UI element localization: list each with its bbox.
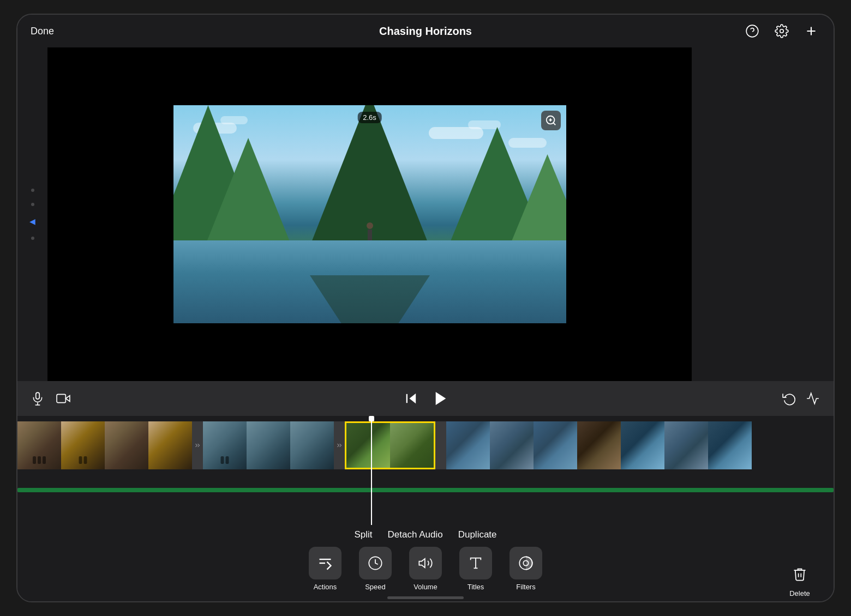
delete-button[interactable]: Delete — [788, 562, 812, 597]
film-frame-5 — [203, 421, 247, 469]
delete-label: Delete — [789, 589, 810, 597]
main-content: ◀ — [17, 47, 834, 381]
undo-button[interactable] — [782, 391, 796, 406]
controls-right — [782, 391, 820, 406]
filters-icon-box — [510, 547, 542, 579]
play-button[interactable] — [432, 390, 450, 407]
svg-marker-15 — [436, 392, 446, 405]
film-frame-1 — [17, 421, 61, 469]
controls-bar — [17, 381, 834, 416]
sidebar-dot-2 — [31, 203, 34, 206]
person-body — [368, 230, 372, 240]
film-frame-10 — [446, 421, 490, 469]
film-frame-7 — [290, 421, 334, 469]
svg-marker-21 — [419, 559, 425, 567]
controls-center — [82, 390, 771, 407]
svg-marker-13 — [410, 394, 416, 404]
filmstrip — [17, 421, 752, 469]
toolbar-item-actions[interactable]: Actions — [303, 547, 347, 591]
film-frame-2 — [61, 421, 105, 469]
sidebar-dot-3 — [31, 237, 34, 240]
sidebar-dot-1 — [31, 189, 34, 192]
titles-icon-box — [459, 547, 492, 579]
settings-button[interactable] — [772, 22, 791, 40]
top-bar: Done Chasing Horizons — [17, 15, 834, 47]
transition-2[interactable] — [334, 421, 345, 469]
detach-audio-button[interactable]: Detach Audio — [388, 529, 443, 540]
skip-back-button[interactable] — [404, 391, 419, 406]
thumb-people-3 — [221, 456, 229, 464]
volume-icon-box — [409, 547, 442, 579]
toolbar-item-speed[interactable]: Speed — [353, 547, 397, 591]
actions-label: Actions — [314, 583, 337, 591]
person-silhouette — [367, 222, 373, 240]
film-frame-12 — [534, 421, 577, 469]
film-clip-1[interactable] — [17, 421, 192, 469]
person-head — [367, 222, 373, 229]
cloud-5 — [508, 138, 547, 148]
svg-point-2 — [780, 29, 784, 33]
svg-line-6 — [553, 123, 555, 125]
film-frame-9 — [390, 423, 434, 469]
cloud-2 — [220, 116, 248, 124]
cloud-4 — [468, 120, 501, 129]
add-button[interactable] — [802, 22, 820, 40]
timeline-area[interactable] — [17, 416, 834, 525]
svg-rect-12 — [57, 394, 65, 402]
done-button[interactable]: Done — [31, 26, 54, 37]
actions-icon-box — [309, 547, 341, 579]
timestamp-badge: 2.6s — [357, 112, 382, 123]
mountain-reflection — [310, 275, 430, 323]
film-frame-8 — [346, 423, 390, 469]
svg-point-0 — [746, 25, 758, 37]
duplicate-button[interactable]: Duplicate — [458, 529, 497, 540]
help-button[interactable] — [743, 22, 762, 40]
video-preview: 2.6s — [173, 105, 566, 323]
speed-icon-box — [359, 547, 392, 579]
zoom-button[interactable] — [541, 111, 561, 130]
film-frame-4 — [148, 421, 192, 469]
film-clip-3[interactable] — [446, 421, 621, 469]
film-frame-14 — [621, 421, 664, 469]
film-frame-3 — [105, 421, 148, 469]
toolbar-item-volume[interactable]: Volume — [404, 547, 447, 591]
device-frame: Done Chasing Horizons — [16, 14, 835, 602]
home-indicator-bar — [387, 596, 464, 599]
volume-label: Volume — [413, 583, 437, 591]
context-actions: Split Detach Audio Duplicate — [354, 529, 496, 540]
film-frame-11 — [490, 421, 534, 469]
split-button[interactable]: Split — [354, 529, 372, 540]
thumb-people-1 — [33, 456, 46, 464]
film-clip-selected[interactable] — [345, 421, 435, 469]
camera-button[interactable] — [56, 391, 71, 406]
top-bar-left: Done — [31, 26, 140, 37]
bottom-toolbar: Split Detach Audio Duplicate Actions — [17, 525, 834, 601]
film-frame-16 — [708, 421, 752, 469]
film-clip-2[interactable] — [203, 421, 334, 469]
right-sidebar — [692, 47, 834, 381]
left-sidebar: ◀ — [17, 47, 47, 381]
film-frame-13 — [577, 421, 621, 469]
video-background — [173, 105, 566, 323]
speed-label: Speed — [365, 583, 386, 591]
toolbar-item-titles[interactable]: Titles — [454, 547, 498, 591]
toolbar-items: Actions Speed — [17, 547, 834, 591]
preview-area: 2.6s — [47, 47, 692, 381]
sidebar-arrow[interactable]: ◀ — [29, 217, 35, 226]
water-reflection — [173, 240, 566, 323]
film-clip-4[interactable] — [621, 421, 752, 469]
delete-icon-box — [788, 562, 812, 586]
playhead — [371, 416, 372, 525]
microphone-button[interactable] — [31, 391, 45, 406]
top-bar-right — [711, 22, 820, 40]
film-frame-6 — [247, 421, 290, 469]
transition-3[interactable] — [435, 421, 446, 469]
transition-1[interactable] — [192, 421, 203, 469]
svg-rect-9 — [36, 392, 40, 399]
audio-wave-button[interactable] — [805, 391, 820, 406]
filters-label: Filters — [516, 583, 535, 591]
audio-track — [17, 488, 834, 492]
project-title: Chasing Horizons — [379, 25, 472, 38]
film-frame-15 — [664, 421, 708, 469]
toolbar-item-filters[interactable]: Filters — [504, 547, 548, 591]
